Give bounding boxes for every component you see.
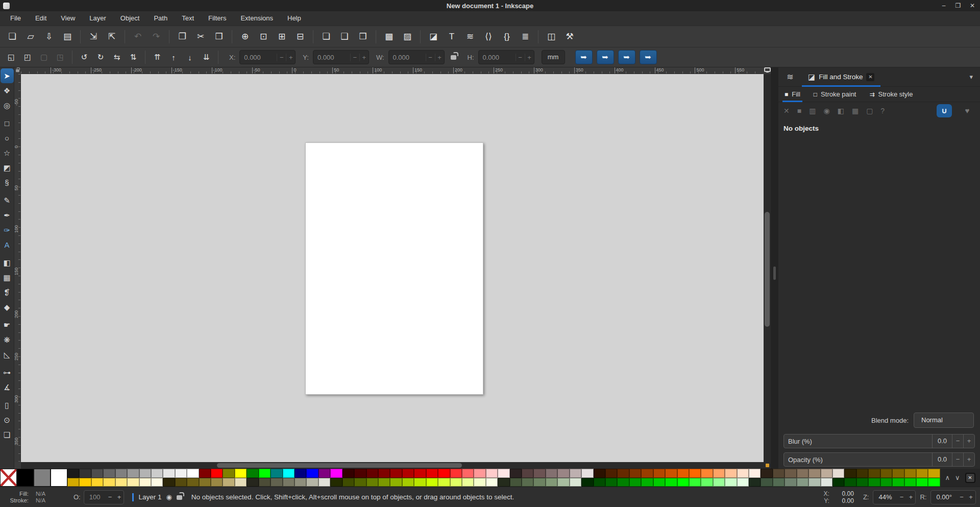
width-decrement[interactable]: − — [426, 54, 435, 61]
canvas[interactable] — [21, 74, 764, 462]
tool-mesh-gradient[interactable]: ▦ — [1, 270, 14, 285]
palette-swatch[interactable] — [653, 478, 665, 487]
blend-mode-select[interactable]: Normal — [914, 413, 974, 428]
palette-swatch[interactable] — [773, 469, 785, 478]
object-opacity-increment[interactable]: + — [114, 493, 124, 501]
palette-swatch[interactable] — [665, 469, 677, 478]
palette-swatch[interactable] — [832, 478, 844, 487]
palette-swatch[interactable] — [211, 478, 223, 487]
guides-lock-icon[interactable] — [14, 67, 21, 74]
palette-swatch[interactable] — [187, 478, 199, 487]
palette-scroll-up-icon[interactable]: ∧ — [945, 474, 950, 481]
palette-swatch[interactable] — [414, 478, 426, 487]
palette-swatch[interactable] — [844, 478, 856, 487]
tool-ellipse[interactable]: ○ — [1, 131, 14, 146]
fill-stroke-indicator[interactable]: Fill: N/A Stroke: N/A — [4, 491, 59, 503]
palette-scroll-down-icon[interactable]: ∨ — [955, 474, 960, 481]
palette-swatch[interactable] — [318, 478, 330, 487]
palette-swatch[interactable] — [892, 478, 904, 487]
palette-swatch[interactable] — [533, 478, 545, 487]
palette-swatch[interactable] — [629, 469, 641, 478]
palette-swatch[interactable] — [67, 469, 79, 478]
close-button[interactable]: ✕ — [969, 2, 976, 9]
palette-swatch[interactable] — [689, 478, 701, 487]
tool-box-3d[interactable]: ◩ — [1, 160, 14, 175]
palette-swatch[interactable] — [115, 478, 127, 487]
scrollbar-corner-indicator[interactable] — [764, 462, 771, 469]
create-clone-button[interactable]: ❑ — [335, 29, 354, 45]
unit-selector[interactable]: mm — [542, 50, 565, 64]
palette-swatch[interactable] — [79, 469, 91, 478]
tool-paint-bucket[interactable]: ◆ — [1, 300, 14, 315]
palette-swatch[interactable] — [103, 469, 115, 478]
palette-swatch[interactable] — [832, 469, 844, 478]
object-opacity-spinbox[interactable]: 100 − + — [84, 490, 125, 504]
palette-swatch[interactable] — [880, 478, 892, 487]
palette-swatch[interactable] — [318, 469, 330, 478]
tool-selector[interactable]: ➤ — [1, 68, 14, 83]
palette-swatch[interactable] — [904, 469, 916, 478]
palette-swatch[interactable] — [557, 469, 569, 478]
object-opacity-decrement[interactable]: − — [105, 493, 114, 501]
palette-swatch[interactable] — [821, 478, 832, 487]
palette-swatch[interactable] — [223, 469, 234, 478]
width-increment[interactable]: + — [435, 54, 444, 61]
menu-path[interactable]: Path — [146, 11, 175, 26]
layers-dialog-tab-icon[interactable]: ≋ — [778, 72, 802, 82]
group-button[interactable]: ▩ — [380, 29, 398, 45]
palette-swatch[interactable] — [259, 478, 271, 487]
scale-rounded-corners-toggle[interactable]: ➥ — [597, 50, 614, 64]
paint-help-button[interactable]: ? — [880, 107, 885, 115]
cut-button[interactable]: ✂ — [191, 29, 210, 45]
zoom-to-selection-button[interactable]: ⊕ — [236, 29, 254, 45]
y-increment[interactable]: + — [359, 54, 369, 61]
horizontal-ruler[interactable]: -300-250-200-150-100-5005010015020025030… — [21, 67, 764, 74]
zoom-page-width-button[interactable]: ⊟ — [291, 29, 309, 45]
palette-swatch[interactable] — [522, 469, 533, 478]
rotation-spinbox[interactable]: 0.00° − + — [930, 490, 976, 504]
palette-swatch[interactable] — [426, 469, 438, 478]
palette-swatch[interactable] — [581, 478, 593, 487]
palette-swatch[interactable] — [856, 478, 868, 487]
palette-swatch[interactable] — [594, 478, 605, 487]
tool-dropper[interactable]: ❡ — [1, 285, 14, 300]
blur-value[interactable]: 0.0 — [932, 434, 952, 448]
palette-swatch[interactable] — [844, 469, 856, 478]
palette-swatch[interactable] — [342, 469, 354, 478]
menu-layer[interactable]: Layer — [82, 11, 113, 26]
layers-dialog-button[interactable]: ≋ — [461, 29, 479, 45]
palette-swatch[interactable] — [151, 478, 163, 487]
menu-edit[interactable]: Edit — [28, 11, 54, 26]
tool-connector[interactable]: ⊶ — [1, 365, 14, 380]
palette-swatch[interactable] — [594, 469, 605, 478]
palette-swatch[interactable] — [498, 478, 509, 487]
palette-swatch[interactable] — [498, 469, 509, 478]
tool-pen[interactable]: ✒ — [1, 208, 14, 223]
palette-swatch[interactable] — [450, 478, 462, 487]
tool-star[interactable]: ☆ — [1, 146, 14, 160]
palette-swatch[interactable] — [67, 478, 79, 487]
x-field[interactable]: 0.000 − + — [239, 50, 296, 64]
copy-button[interactable]: ❐ — [173, 29, 191, 45]
menu-object[interactable]: Object — [113, 11, 147, 26]
palette-swatch[interactable] — [689, 469, 701, 478]
palette-swatch[interactable] — [378, 469, 390, 478]
close-dialog-icon[interactable]: ✕ — [866, 73, 874, 81]
palette-swatch[interactable] — [856, 469, 868, 478]
opacity-increment[interactable]: + — [963, 453, 974, 466]
ungroup-button[interactable]: ▨ — [398, 29, 416, 45]
new-document-button[interactable]: ❏ — [3, 29, 21, 45]
blur-decrement[interactable]: − — [952, 434, 963, 448]
palette-none-swatch[interactable] — [0, 469, 17, 487]
palette-swatch[interactable] — [605, 469, 617, 478]
align-distribute-dialog-button[interactable]: ≣ — [516, 29, 534, 45]
palette-swatch[interactable] — [725, 478, 737, 487]
lock-aspect-ratio-icon[interactable] — [451, 53, 456, 62]
palette-swatch[interactable] — [629, 478, 641, 487]
vertical-scrollbar[interactable] — [764, 74, 771, 462]
vertical-scrollbar-thumb[interactable] — [765, 212, 770, 327]
palette-swatch[interactable] — [450, 469, 462, 478]
palette-swatch[interactable] — [880, 469, 892, 478]
rotate-cw-button[interactable]: ↻ — [92, 50, 109, 65]
scale-stroke-width-toggle[interactable]: ➥ — [575, 50, 593, 64]
